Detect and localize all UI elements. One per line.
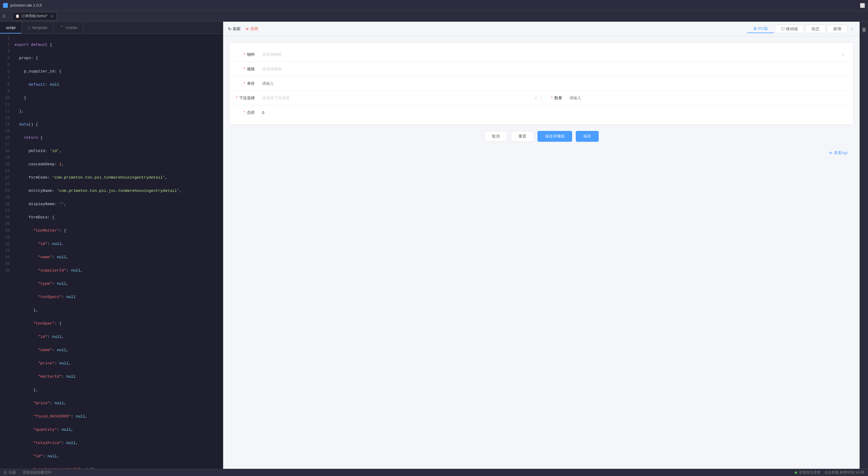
app-title: primeton-ide 1.0.0 <box>10 3 42 7</box>
line-numbers: 12345 678910 1112131415 1617181920 21222… <box>0 34 12 469</box>
file-tab-0[interactable]: 📋 订单明细.formx* ✕ <box>12 12 57 21</box>
status-right: 资源发生变更，点击查看,检查时间:14:49 <box>795 470 864 475</box>
required-star-3: * <box>244 81 245 86</box>
select-dropdown-placeholder: 请选择下拉选择 <box>262 95 289 101</box>
close-x-icon: ✕ <box>246 27 249 31</box>
form-row-dropdown-qty: * 下拉选择 请选择下拉选择 ∨ * 数量 <box>234 91 848 105</box>
code-content: export default { props: { p_supplier_id:… <box>12 34 223 469</box>
form-actions: 取消 重置 保存并继续 保存 <box>229 125 854 148</box>
view-tabs-chevron[interactable]: › <box>849 25 855 32</box>
cancel-button[interactable]: 取消 <box>484 131 507 142</box>
select-matter[interactable]: 请选择物料 ∨ <box>258 50 848 60</box>
form-row-spec: * 规格 请选择规格 <box>234 62 848 76</box>
tab-mobile-icon: 📱 <box>60 26 64 30</box>
reset-button[interactable]: 重置 <box>511 131 534 142</box>
select-dropdown-arrow: ∨ <box>534 96 537 100</box>
required-star-5: * <box>551 96 553 100</box>
eye-icon: 👁 <box>829 151 833 155</box>
close-label: 关闭 <box>250 26 258 32</box>
file-tab-icon: 📋 <box>16 14 20 18</box>
tab-pc[interactable]: 🖥 PC端 <box>747 25 774 33</box>
label-price: * 单价 <box>234 81 258 86</box>
tab-pc-label: PC端 <box>758 26 768 31</box>
save-button[interactable]: 保存 <box>576 131 599 142</box>
status-left: ☰ 问题 资源信息加载完毕 <box>4 470 52 475</box>
api-link-label: 查看Api <box>834 150 847 156</box>
main-area: script ◻ template 📱 mobile 12345 678910 … <box>0 22 868 469</box>
label-qty: * 数量 <box>542 95 566 101</box>
tab-new[interactable]: 新增 <box>827 25 847 33</box>
save-continue-button[interactable]: 保存并继续 <box>537 131 572 142</box>
tab-mobile-view[interactable]: ☐ 移动端 <box>775 25 804 33</box>
title-bar: primeton-ide 1.0.0 ⬜ <box>0 0 868 11</box>
tab-mobile-label: mobile <box>66 25 77 30</box>
tab-status[interactable]: 状态 <box>805 25 826 33</box>
status-left-msg: 资源信息加载完毕 <box>23 470 52 475</box>
required-star: * <box>244 52 245 57</box>
form-row-matter: * 物料 请选择物料 ∨ <box>234 47 848 62</box>
form-cell-dropdown: * 下拉选择 请选择下拉选择 ∨ <box>234 93 541 103</box>
total-value: 0 <box>258 108 268 117</box>
label-dropdown: * 下拉选择 <box>234 95 258 101</box>
right-panel: ↻ 刷新 ✕ 关闭 🖥 PC端 ☐ 移动端 状态 <box>223 22 860 469</box>
close-button[interactable]: ✕ 关闭 <box>246 26 258 32</box>
code-editor[interactable]: 12345 678910 1112131415 1617181920 21222… <box>0 34 223 469</box>
input-qty[interactable] <box>566 93 848 102</box>
app-icon <box>3 3 8 8</box>
tab-new-label: 新增 <box>833 27 841 31</box>
tab-mobile[interactable]: 📱 mobile <box>54 22 84 33</box>
form-cell-qty: * 数量 <box>541 93 848 102</box>
menu-icon[interactable]: ☰ <box>2 14 6 19</box>
tab-bar: ☰ 📋 订单明细.formx* ✕ <box>0 11 868 22</box>
file-tab-label: 订单明细.formx* <box>22 13 48 19</box>
required-star-6: * <box>244 110 245 115</box>
pc-icon: 🖥 <box>753 26 758 31</box>
toolbar-actions: ↻ 刷新 ✕ 关闭 <box>228 26 258 32</box>
right-sidebar: 离线资源 <box>860 22 868 469</box>
tab-template[interactable]: ◻ template <box>22 22 54 33</box>
select-matter-placeholder: 请选择物料 <box>262 52 282 57</box>
label-total: * 总价 <box>234 110 258 115</box>
status-right-msg: 资源发生变更，点击查看,检查时间:14:49 <box>799 470 864 475</box>
refresh-label: 刷新 <box>233 26 241 32</box>
form-container: * 物料 请选择物料 ∨ * 规格 请选择规格 <box>229 42 854 125</box>
right-toolbar: ↻ 刷新 ✕ 关闭 🖥 PC端 ☐ 移动端 状态 <box>223 22 860 36</box>
problems-icon: ☰ <box>4 471 7 475</box>
form-preview: * 物料 请选择物料 ∨ * 规格 请选择规格 <box>223 36 860 469</box>
select-spec-placeholder: 请选择规格 <box>262 66 282 72</box>
form-row-total: * 总价 0 <box>234 105 848 120</box>
required-star-2: * <box>244 67 245 71</box>
select-spec[interactable]: 请选择规格 <box>258 64 848 74</box>
tab-template-label: template <box>32 25 48 30</box>
view-tabs: 🖥 PC端 ☐ 移动端 状态 新增 › <box>747 25 855 33</box>
editor-tabs: script ◻ template 📱 mobile <box>0 22 223 34</box>
tab-script[interactable]: script <box>0 22 22 33</box>
file-tab-close[interactable]: ✕ <box>50 14 53 19</box>
input-price[interactable] <box>258 79 848 88</box>
mobile-icon: ☐ <box>781 27 786 31</box>
problems-label: 问题 <box>9 470 16 475</box>
api-link[interactable]: 👁 查看Api <box>229 148 854 158</box>
offline-resource-group[interactable]: 离线资源 <box>861 24 867 27</box>
refresh-button[interactable]: ↻ 刷新 <box>228 26 241 32</box>
tab-script-label: script <box>6 25 16 30</box>
left-panel: script ◻ template 📱 mobile 12345 678910 … <box>0 22 223 469</box>
sidebar-li: 离线资源 <box>861 24 867 27</box>
label-matter: * 物料 <box>234 52 258 57</box>
refresh-icon: ↻ <box>228 27 231 31</box>
tab-status-label: 状态 <box>812 27 819 31</box>
select-matter-arrow: ∨ <box>842 52 845 57</box>
select-dropdown[interactable]: 请选择下拉选择 ∨ <box>258 93 541 103</box>
window-maximize-icon[interactable]: ⬜ <box>860 3 865 8</box>
status-dot <box>795 472 797 474</box>
required-star-4: * <box>236 96 237 100</box>
form-row-price: * 单价 <box>234 76 848 91</box>
label-spec: * 规格 <box>234 66 258 72</box>
status-bar: ☰ 问题 资源信息加载完毕 资源发生变更，点击查看,检查时间:14:49 <box>0 469 868 476</box>
tab-template-icon: ◻ <box>28 26 30 30</box>
tab-mobile-view-label: 移动端 <box>786 27 798 31</box>
